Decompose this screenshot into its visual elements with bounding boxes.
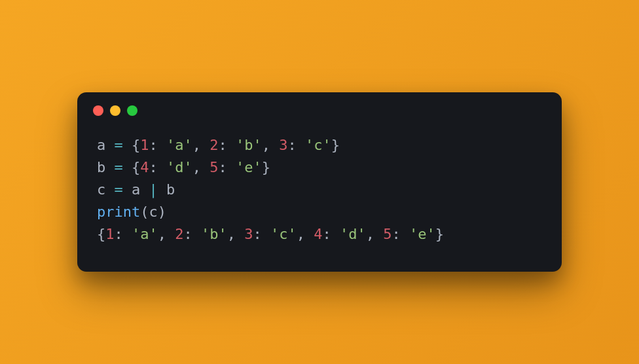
code-token: = xyxy=(115,181,123,198)
code-token: 'c' xyxy=(270,226,297,242)
code-area: a = {1: 'a', 2: 'b', 3: 'c'}b = {4: 'd',… xyxy=(77,121,562,272)
code-token: 'd' xyxy=(340,226,366,242)
code-token: : xyxy=(219,159,236,175)
code-line: {1: 'a', 2: 'b', 3: 'c', 4: 'd', 5: 'e'} xyxy=(97,223,542,246)
code-token: b xyxy=(158,181,175,198)
code-token: } xyxy=(435,226,444,242)
code-token: : xyxy=(253,226,271,242)
code-token: print xyxy=(97,204,140,220)
code-token: 'b' xyxy=(201,226,227,242)
code-token: 'e' xyxy=(236,159,262,175)
code-token: } xyxy=(262,159,270,175)
code-token: 4 xyxy=(314,226,322,242)
code-token: , xyxy=(227,226,245,242)
code-token: { xyxy=(123,137,141,153)
code-token: 'b' xyxy=(236,137,262,153)
code-token: 'a' xyxy=(132,226,158,242)
code-token: { xyxy=(97,226,105,242)
code-token: a xyxy=(123,181,149,198)
code-line: b = {4: 'd', 5: 'e'} xyxy=(97,156,542,179)
code-token: (c) xyxy=(140,204,166,220)
code-token: : xyxy=(149,159,167,175)
code-token: 'e' xyxy=(409,226,435,242)
code-token: = xyxy=(115,159,123,175)
close-icon[interactable] xyxy=(93,105,103,116)
code-token: , xyxy=(366,226,384,242)
code-token: 4 xyxy=(140,159,149,175)
code-token: , xyxy=(192,137,210,153)
code-token: , xyxy=(158,226,175,242)
code-token: 1 xyxy=(140,137,149,153)
code-token: c xyxy=(97,181,115,198)
code-token: 2 xyxy=(210,137,218,153)
code-token: a xyxy=(97,137,115,153)
code-token: 5 xyxy=(383,226,392,242)
terminal-window: a = {1: 'a', 2: 'b', 3: 'c'}b = {4: 'd',… xyxy=(77,92,562,272)
code-token: 2 xyxy=(175,226,183,242)
minimize-icon[interactable] xyxy=(110,105,120,116)
code-token: , xyxy=(297,226,314,242)
code-token: 'd' xyxy=(166,159,192,175)
code-token: : xyxy=(115,226,132,242)
code-token: , xyxy=(262,137,280,153)
code-token: 1 xyxy=(105,226,114,242)
code-token: : xyxy=(288,137,306,153)
code-token: 'a' xyxy=(166,137,192,153)
code-line: print(c) xyxy=(97,201,542,223)
window-titlebar xyxy=(77,92,562,121)
code-token: 5 xyxy=(210,159,218,175)
code-token: | xyxy=(149,181,158,198)
code-token: : xyxy=(184,226,202,242)
maximize-icon[interactable] xyxy=(127,105,137,116)
code-line: a = {1: 'a', 2: 'b', 3: 'c'} xyxy=(97,134,542,156)
code-token: b xyxy=(97,159,115,175)
code-token: { xyxy=(123,159,141,175)
code-token: } xyxy=(331,137,340,153)
code-line: c = a | b xyxy=(97,179,542,201)
code-token: 3 xyxy=(244,226,253,242)
code-token: : xyxy=(149,137,167,153)
code-token: : xyxy=(392,226,410,242)
code-token: 3 xyxy=(279,137,287,153)
code-token: 'c' xyxy=(305,137,331,153)
code-token: = xyxy=(115,137,123,153)
code-token: : xyxy=(323,226,340,242)
code-token: , xyxy=(192,159,210,175)
code-token: : xyxy=(219,137,236,153)
